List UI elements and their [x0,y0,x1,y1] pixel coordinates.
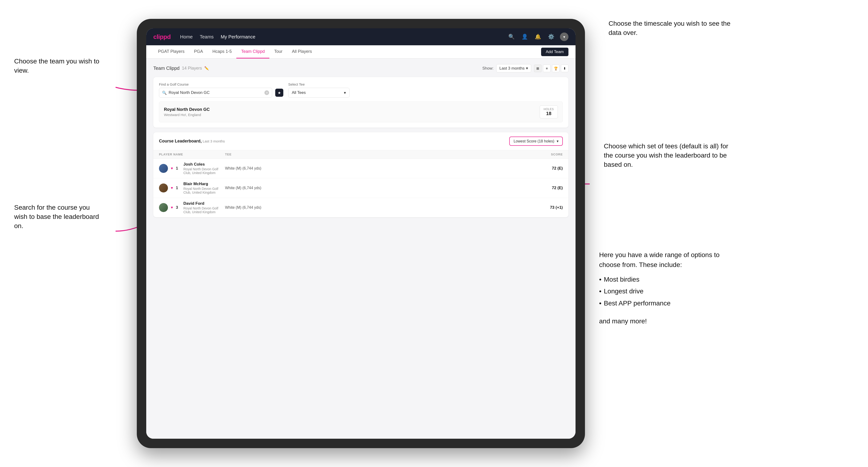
tee-select[interactable]: All Tees ▾ [288,88,349,98]
time-range-select[interactable]: Last 3 months ▾ [496,64,531,72]
holes-label: Holes [544,107,554,111]
nav-my-performance[interactable]: My Performance [221,34,255,40]
course-search-row: Find a Golf Course 🔍 ✕ ★ Select Tee [159,82,563,98]
heart-icon[interactable]: ♥ [171,206,173,210]
col-player-name: PLAYER NAME [159,153,225,156]
team-header: Team Clippd 14 Players ✏️ Show: Last 3 m… [153,64,568,72]
leaderboard-title: Course Leaderboard, [159,139,202,144]
view-icons: ⊞ ≡ 🏆 ⬇ [534,65,568,72]
player-name: Josh Coles [184,162,225,167]
leaderboard-table: PLAYER NAME TEE SCORE ♥ 1 [153,150,568,217]
show-label: Show: [483,66,493,71]
player-info: ♥ 1 Josh Coles Royal North Devon Golf Cl… [159,162,225,175]
subnav-tour[interactable]: Tour [269,45,287,59]
score-value: 72 (E) [534,166,563,171]
nav-home[interactable]: Home [180,34,193,40]
navbar: clippd Home Teams My Performance 🔍 👤 🔔 ⚙… [146,28,576,45]
options-list: Most birdies Longest drive Best APP perf… [599,274,731,309]
heart-icon[interactable]: ♥ [171,166,173,170]
annotation-top-left: Choose the team you wish to view. [14,57,104,75]
course-result-info: Royal North Devon GC Westward Ho!, Engla… [164,107,210,117]
team-header-right: Show: Last 3 months ▾ ⊞ ≡ 🏆 ⬇ [483,64,568,72]
score-type-select[interactable]: Lowest Score (18 holes) ▾ [509,136,563,146]
edit-icon[interactable]: ✏️ [204,66,209,70]
annotation-top-right: Choose the timescale you wish to see the… [609,19,741,37]
player-club: Royal North Devon Golf Club, United King… [184,206,225,214]
course-location: Westward Ho!, England [164,113,210,117]
tee-select-group: Select Tee All Tees ▾ [288,82,349,98]
heart-icon[interactable]: ♥ [171,186,173,190]
option-drive: Longest drive [599,285,731,297]
player-club: Royal North Devon Golf Club, United King… [184,187,225,194]
player-details: Blair McHarg Royal North Devon Golf Club… [184,182,225,194]
score-value: 72 (E) [534,186,563,190]
rank: 1 [176,166,181,171]
player-name: David Ford [184,201,225,206]
navbar-icons: 🔍 👤 🔔 ⚙️ ▾ [507,33,568,41]
subnav-pga[interactable]: PGA [189,45,208,59]
notifications-icon[interactable]: 🔔 [533,33,542,41]
tee-select-label: Select Tee [288,82,349,86]
leaderboard-card: Course Leaderboard, Last 3 months Lowest… [153,132,568,217]
player-club: Royal North Devon Golf Club, United King… [184,167,225,175]
leaderboard-header: Course Leaderboard, Last 3 months Lowest… [153,132,568,150]
app-logo: clippd [153,33,171,40]
player-info: ♥ 1 Blair McHarg Royal North Devon Golf … [159,182,225,194]
col-score: SCORE [534,153,563,156]
course-name: Royal North Devon GC [164,107,210,112]
player-info: ♥ 3 David Ford Royal North Devon Golf Cl… [159,201,225,214]
course-search-card: Find a Golf Course 🔍 ✕ ★ Select Tee [153,77,568,128]
trophy-icon[interactable]: 🏆 [552,65,559,72]
annotation-mid-left: Search for the course you wish to base t… [14,203,104,231]
nav-teams[interactable]: Teams [200,34,214,40]
favorite-button[interactable]: ★ [275,88,283,97]
tee-info: White (M) (6,744 yds) [225,206,380,210]
tee-info: White (M) (6,744 yds) [225,186,380,190]
annotation-bottom-right: Here you have a wide range of options to… [599,250,731,326]
table-row: ♥ 1 Blair McHarg Royal North Devon Golf … [153,178,568,198]
add-team-button[interactable]: Add Team [541,48,568,56]
chevron-down-icon: ▾ [557,139,559,144]
course-search-input-wrapper: 🔍 ✕ [159,88,272,98]
holes-badge: Holes 18 [540,105,558,118]
avatar[interactable]: ▾ [560,33,568,41]
subnav-hcaps[interactable]: Hcaps 1-5 [208,45,236,59]
team-title: Team Clippd 14 Players ✏️ [153,66,209,71]
tablet-device: clippd Home Teams My Performance 🔍 👤 🔔 ⚙… [137,19,585,448]
profile-icon[interactable]: 👤 [520,33,529,41]
download-icon[interactable]: ⬇ [561,65,568,72]
grid-view-icon[interactable]: ⊞ [534,65,541,72]
annotation-mid-right: Choose which set of tees (default is all… [604,142,736,169]
rank: 1 [176,186,181,190]
nav-links: Home Teams My Performance [180,34,507,40]
option-app: Best APP performance [599,298,731,309]
chevron-down-icon: ▾ [526,66,528,71]
search-icon-small: 🔍 [162,91,167,95]
tee-info: White (M) (6,744 yds) [225,166,380,170]
settings-icon[interactable]: ⚙️ [547,33,555,41]
player-details: Josh Coles Royal North Devon Golf Club, … [184,162,225,175]
course-search-group: Find a Golf Course 🔍 ✕ ★ [159,82,283,98]
subnav-pgat[interactable]: PGAT Players [153,45,189,59]
subnav-all-players[interactable]: All Players [287,45,317,59]
table-row: ♥ 1 Josh Coles Royal North Devon Golf Cl… [153,159,568,178]
course-search-input[interactable] [168,90,262,95]
tablet-screen: clippd Home Teams My Performance 🔍 👤 🔔 ⚙… [146,28,576,439]
and-more-text: and many more! [599,316,731,326]
avatar [159,203,168,212]
holes-value: 18 [544,111,554,116]
score-value: 73 (+1) [534,205,563,210]
option-birdies: Most birdies [599,274,731,285]
search-icon[interactable]: 🔍 [507,33,516,41]
list-view-icon[interactable]: ≡ [543,65,551,72]
clear-icon[interactable]: ✕ [265,90,269,95]
subnav-team-clippd[interactable]: Team Clippd [236,45,269,59]
course-result: Royal North Devon GC Westward Ho!, Engla… [159,101,563,122]
avatar [159,184,168,192]
player-name: Blair McHarg [184,182,225,186]
subnav: PGAT Players PGA Hcaps 1-5 Team Clippd T… [146,45,576,59]
table-row: ♥ 3 David Ford Royal North Devon Golf Cl… [153,198,568,217]
chevron-down-icon: ▾ [344,90,346,95]
col-tee: TEE [225,153,380,156]
main-content: Team Clippd 14 Players ✏️ Show: Last 3 m… [146,59,576,439]
